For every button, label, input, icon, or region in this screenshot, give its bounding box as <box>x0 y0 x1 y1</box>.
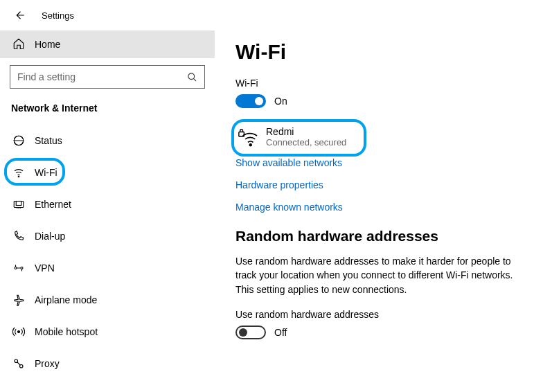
proxy-icon <box>11 357 26 370</box>
wifi-icon <box>11 166 26 179</box>
search-box[interactable] <box>10 65 205 89</box>
sidebar-item-label: Wi-Fi <box>35 167 57 178</box>
connected-network[interactable]: Redmi Connected, secured <box>235 125 534 150</box>
wifi-secured-icon <box>235 127 260 147</box>
sidebar-item-status[interactable]: Status <box>0 125 215 157</box>
hotspot-icon <box>11 326 26 338</box>
vpn-icon <box>11 262 26 274</box>
sidebar-item-label: Status <box>35 135 62 146</box>
link-hardware-properties[interactable]: Hardware properties <box>235 179 534 190</box>
main-content: Wi-Fi Wi-Fi On Redmi Connected, secured … <box>215 30 552 392</box>
random-hw-toggle-state: Off <box>274 327 287 338</box>
sidebar-item-label: Home <box>35 39 60 50</box>
svg-point-7 <box>18 331 20 333</box>
search-container <box>0 58 215 93</box>
arrow-left-icon <box>13 9 26 21</box>
sidebar-item-dialup[interactable]: Dial-up <box>0 220 215 252</box>
sidebar-item-label: Mobile hotspot <box>35 326 98 337</box>
page-title: Wi-Fi <box>235 40 534 64</box>
sidebar-item-ethernet[interactable]: Ethernet <box>0 188 215 220</box>
random-hw-body: Use random hardware addresses to make it… <box>235 254 526 296</box>
network-status: Connected, secured <box>266 137 346 148</box>
random-hw-heading: Random hardware addresses <box>235 228 534 244</box>
wifi-toggle-row: On <box>235 94 534 108</box>
wifi-section-label: Wi-Fi <box>235 78 534 89</box>
phone-icon <box>11 230 26 242</box>
svg-point-10 <box>249 143 251 145</box>
link-show-available[interactable]: Show available networks <box>235 157 534 168</box>
svg-rect-3 <box>14 202 24 208</box>
sidebar-item-proxy[interactable]: Proxy <box>0 348 215 380</box>
wifi-toggle[interactable] <box>235 94 266 108</box>
svg-rect-4 <box>16 202 21 206</box>
window-title: Settings <box>42 10 74 21</box>
status-icon <box>11 134 26 147</box>
back-button[interactable] <box>10 6 29 25</box>
network-name: Redmi <box>266 126 346 137</box>
title-bar: Settings <box>0 0 552 30</box>
sidebar-item-label: Dial-up <box>35 231 65 242</box>
sidebar-item-label: Ethernet <box>35 199 71 210</box>
random-hw-toggle[interactable] <box>235 326 266 339</box>
svg-point-6 <box>21 267 23 269</box>
ethernet-icon <box>11 198 26 211</box>
home-icon <box>12 37 29 52</box>
sidebar-item-hotspot[interactable]: Mobile hotspot <box>0 316 215 348</box>
svg-point-2 <box>18 176 19 177</box>
sidebar: Home Network & Internet Status <box>0 30 215 392</box>
sidebar-group-header: Network & Internet <box>0 93 215 121</box>
sidebar-item-vpn[interactable]: VPN <box>0 252 215 284</box>
svg-point-0 <box>188 73 194 79</box>
wifi-toggle-state: On <box>274 96 287 107</box>
sidebar-nav: Status Wi-Fi Ethernet Dial-up <box>0 121 215 380</box>
sidebar-item-wifi[interactable]: Wi-Fi <box>0 157 215 188</box>
airplane-icon <box>11 294 26 306</box>
search-input[interactable] <box>17 71 185 82</box>
sidebar-item-label: Airplane mode <box>35 294 97 305</box>
svg-point-5 <box>15 267 17 269</box>
search-icon <box>185 72 199 82</box>
link-manage-known[interactable]: Manage known networks <box>235 202 534 213</box>
sidebar-item-label: Proxy <box>35 358 60 369</box>
random-hw-toggle-row: Off <box>235 326 534 339</box>
sidebar-item-home[interactable]: Home <box>0 30 215 58</box>
sidebar-item-label: VPN <box>35 262 55 274</box>
random-hw-toggle-label: Use random hardware addresses <box>235 309 534 320</box>
sidebar-item-airplane[interactable]: Airplane mode <box>0 284 215 316</box>
